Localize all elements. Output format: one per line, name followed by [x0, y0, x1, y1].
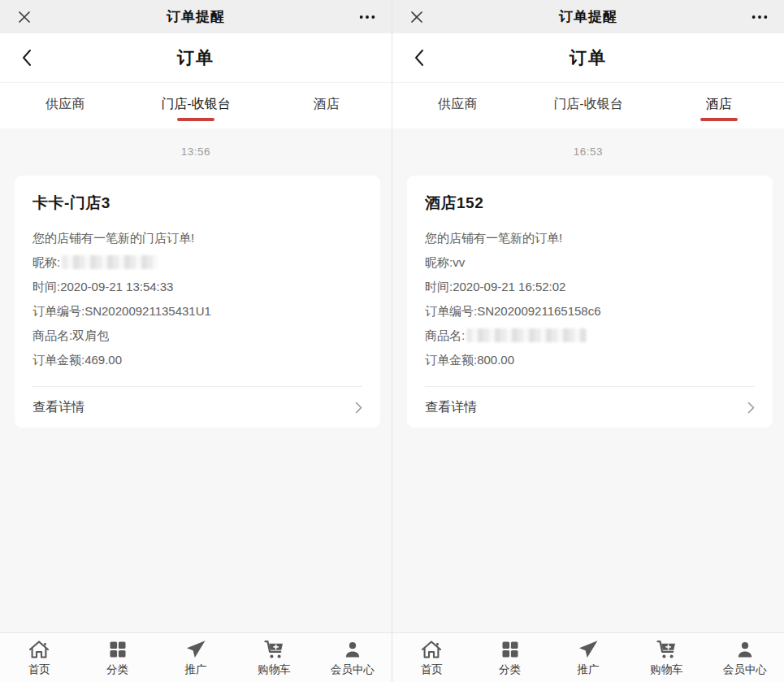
- close-icon[interactable]: [405, 6, 428, 28]
- more-icon[interactable]: [356, 6, 379, 28]
- user-icon: [735, 640, 755, 659]
- time-label: 时间:: [425, 280, 453, 293]
- order-reminder-screen-hotel: 订单提醒 订单 供应商 门店-收银台 酒店 16:53 酒店152 您的店铺有一…: [392, 0, 784, 682]
- order-notification-card: 酒店152 您的店铺有一笔新的订单! 昵称:vv 时间:2020-09-21 1…: [407, 176, 773, 428]
- page-header: 订单: [0, 33, 392, 83]
- nickname-label: 昵称:: [425, 255, 453, 269]
- tab-underline: [308, 118, 345, 121]
- page-title: 订单提醒: [559, 7, 617, 26]
- tab-hotel[interactable]: 酒店: [261, 83, 392, 128]
- order-type-tabs: 供应商 门店-收银台 酒店: [392, 83, 784, 128]
- nickname-line: 昵称:vv: [425, 250, 755, 275]
- order-no-value: SN20200921165158c6: [477, 304, 600, 318]
- order-greeting: 您的店铺有一笔新的订单!: [425, 226, 755, 250]
- amount-label: 订单金额:: [32, 353, 84, 367]
- tab-label: 供应商: [438, 96, 477, 113]
- wechat-titlebar: 订单提醒: [0, 0, 392, 33]
- order-reminder-screen-store: 订单提醒 订单 供应商 门店-收银台 酒店 13:56 卡卡-门店3 您的店铺有…: [0, 0, 392, 682]
- tabbar-label: 购物车: [258, 662, 291, 677]
- grid-icon: [500, 640, 520, 659]
- product-label: 商品名:: [425, 328, 465, 342]
- amount-line: 订单金额:469.00: [32, 348, 362, 372]
- tabbar-item-category[interactable]: 分类: [470, 638, 548, 677]
- amount-value: 469.00: [84, 353, 122, 367]
- tabbar-label: 分类: [106, 662, 128, 677]
- tab-active-underline: [177, 118, 214, 121]
- time-value: 2020-09-21 16:52:02: [453, 280, 565, 293]
- order-greeting: 您的店铺有一笔新的门店订单!: [32, 226, 362, 250]
- tab-label: 门店-收银台: [161, 96, 230, 113]
- tabbar-item-home[interactable]: 首页: [392, 638, 470, 677]
- tab-supplier[interactable]: 供应商: [0, 83, 131, 128]
- product-value: 双肩包: [72, 328, 109, 342]
- close-icon[interactable]: [13, 6, 36, 28]
- message-timestamp: 16:53: [392, 146, 784, 158]
- redacted-value: [62, 255, 158, 269]
- time-value: 2020-09-21 13:54:33: [60, 280, 173, 293]
- cart-icon: [656, 640, 678, 659]
- header-title: 订单: [392, 46, 784, 69]
- order-no-line: 订单编号:SN20200921165158c6: [425, 299, 755, 324]
- product-label: 商品名:: [32, 328, 72, 342]
- time-line: 时间:2020-09-21 13:54:33: [32, 275, 362, 299]
- time-label: 时间:: [32, 280, 60, 293]
- view-details-link[interactable]: 查看详情: [425, 387, 755, 428]
- more-icon[interactable]: [748, 6, 771, 28]
- header-title: 订单: [0, 46, 392, 69]
- tabbar-label: 首页: [28, 662, 50, 677]
- nickname-line: 昵称:: [32, 250, 362, 275]
- tabbar-label: 分类: [499, 662, 521, 677]
- tab-store-cashier[interactable]: 门店-收银台: [131, 83, 262, 128]
- tabbar-label: 首页: [421, 662, 443, 677]
- order-notification-card: 卡卡-门店3 您的店铺有一笔新的门店订单! 昵称: 时间:2020-09-21 …: [15, 176, 380, 428]
- view-details-label: 查看详情: [425, 399, 477, 416]
- user-icon: [343, 640, 362, 659]
- tabbar-label: 会员中心: [723, 662, 767, 677]
- order-no-line: 订单编号:SN20200921135431U1: [32, 299, 362, 324]
- time-line: 时间:2020-09-21 16:52:02: [425, 275, 755, 299]
- tab-hotel[interactable]: 酒店: [653, 83, 784, 128]
- tab-supplier[interactable]: 供应商: [392, 83, 523, 128]
- bottom-tab-bar: 首页 分类 推广 购物车 会员中心: [0, 632, 392, 682]
- tabbar-item-promotion[interactable]: 推广: [157, 638, 235, 677]
- tab-underline: [46, 118, 84, 121]
- tab-active-underline: [700, 118, 738, 121]
- home-icon: [421, 640, 442, 659]
- tabbar-label: 会员中心: [331, 662, 375, 677]
- card-title: 酒店152: [425, 193, 755, 214]
- amount-value: 800.00: [477, 353, 514, 367]
- tabbar-item-member-center[interactable]: 会员中心: [314, 638, 392, 677]
- chevron-right-icon: [747, 402, 755, 414]
- back-icon[interactable]: [21, 33, 32, 82]
- tab-store-cashier[interactable]: 门店-收银台: [523, 83, 654, 128]
- tabbar-item-cart[interactable]: 购物车: [627, 638, 705, 677]
- message-list: 16:53 酒店152 您的店铺有一笔新的订单! 昵称:vv 时间:2020-0…: [392, 128, 784, 632]
- back-icon[interactable]: [414, 33, 425, 82]
- product-line: 商品名:双肩包: [32, 324, 362, 348]
- bottom-tab-bar: 首页 分类 推广 购物车 会员中心: [392, 632, 784, 682]
- tabbar-item-member-center[interactable]: 会员中心: [706, 638, 784, 677]
- order-no-value: SN20200921135431U1: [84, 304, 211, 318]
- tabbar-item-cart[interactable]: 购物车: [235, 638, 313, 677]
- wechat-titlebar: 订单提醒: [392, 0, 784, 33]
- card-title: 卡卡-门店3: [32, 193, 362, 214]
- tabbar-item-home[interactable]: 首页: [0, 638, 78, 677]
- tab-label: 酒店: [314, 96, 340, 113]
- view-details-link[interactable]: 查看详情: [32, 387, 362, 428]
- home-icon: [28, 640, 50, 659]
- tabbar-label: 推广: [185, 662, 207, 677]
- tab-underline: [570, 118, 607, 121]
- tabbar-item-promotion[interactable]: 推广: [549, 638, 627, 677]
- paper-plane-icon: [185, 640, 206, 659]
- message-list: 13:56 卡卡-门店3 您的店铺有一笔新的门店订单! 昵称: 时间:2020-…: [0, 128, 392, 632]
- view-details-label: 查看详情: [32, 399, 84, 416]
- amount-line: 订单金额:800.00: [425, 348, 755, 372]
- product-line: 商品名:: [425, 324, 755, 348]
- page-header: 订单: [392, 33, 784, 83]
- order-type-tabs: 供应商 门店-收银台 酒店: [0, 83, 392, 128]
- nickname-value: vv: [453, 255, 465, 269]
- order-no-label: 订单编号:: [425, 304, 477, 318]
- tabbar-label: 购物车: [650, 662, 683, 677]
- tabbar-item-category[interactable]: 分类: [78, 638, 156, 677]
- message-timestamp: 13:56: [0, 146, 392, 158]
